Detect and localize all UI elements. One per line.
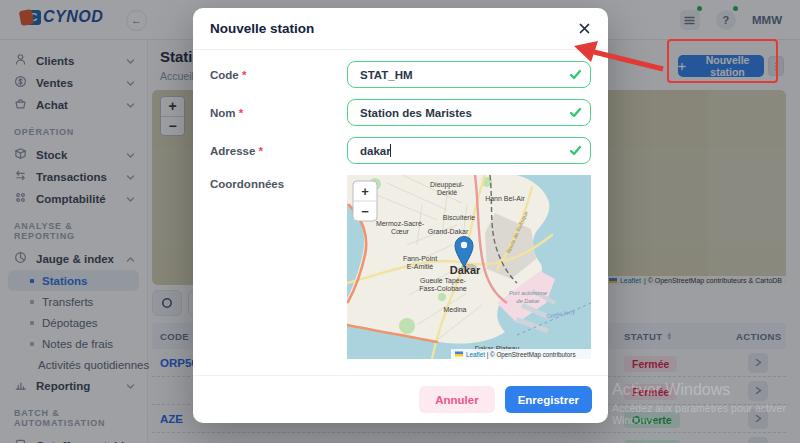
zoom-in-button: +: [361, 184, 369, 199]
nom-input[interactable]: [347, 99, 591, 126]
field-label-adresse: Adresse *: [210, 145, 347, 157]
map-label: Gueule Tapée-Fass-Colobane: [419, 277, 467, 292]
valid-check-icon: [569, 144, 582, 157]
field-label-nom: Nom *: [210, 107, 347, 119]
field-label-code: Code *: [210, 69, 347, 81]
map-label: Medina: [444, 306, 467, 313]
close-icon: [579, 23, 590, 34]
adresse-input[interactable]: [347, 137, 591, 164]
coordinates-map[interactable]: Dieuppeul-DerkléHann Bel-AirBiscuiterieM…: [347, 175, 591, 359]
map-label: Hann Bel-Air: [485, 195, 525, 202]
save-button[interactable]: Enregistrer: [505, 386, 592, 413]
map-label: Biscuiterie: [443, 214, 475, 221]
zoom-out-button: −: [361, 204, 369, 219]
modal-title: Nouvelle station: [210, 21, 314, 36]
code-input[interactable]: [347, 61, 591, 88]
modal-map-zoom-control: + −: [353, 181, 377, 221]
map-label: Dakar: [450, 264, 481, 276]
field-label-coordonnees: Coordonnées: [210, 175, 347, 190]
new-station-modal: Nouvelle station Code * Nom * Adresse *: [193, 8, 608, 423]
map-label: Fann-PointE-Amitié: [403, 255, 437, 270]
svg-text:Leaflet | © OpenStreetMap cont: Leaflet | © OpenStreetMap contributors: [466, 351, 576, 359]
map-label: Grand-Dakar: [428, 228, 469, 235]
valid-check-icon: [569, 68, 582, 81]
valid-check-icon: [569, 106, 582, 119]
text-cursor: [390, 144, 391, 157]
modal-map-attribution: Leaflet | © OpenStreetMap contributors: [451, 349, 591, 359]
cancel-button[interactable]: Annuler: [419, 386, 494, 413]
app-window: C CYNOD ← ? MMW Clients Ventes: [0, 0, 800, 443]
close-button[interactable]: [576, 21, 592, 37]
